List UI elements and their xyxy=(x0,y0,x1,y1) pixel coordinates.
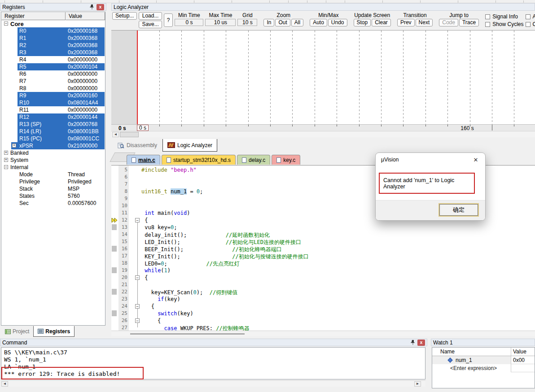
register-row-r6[interactable]: R60x00000000 xyxy=(1,70,105,78)
load-button[interactable]: Load... xyxy=(139,12,162,20)
close-icon[interactable]: x xyxy=(96,4,104,10)
code-line-23[interactable]: 23 if(key) xyxy=(111,296,535,303)
help-button[interactable]: ? xyxy=(164,13,173,27)
dialog-close-icon[interactable]: ✕ xyxy=(472,156,480,164)
ok-button[interactable]: 确定 xyxy=(439,204,478,216)
editor-scroll-thumb[interactable] xyxy=(130,333,245,335)
register-row-r5[interactable]: R50x20000104 xyxy=(1,63,105,70)
fold-toggle-icon[interactable]: − xyxy=(135,218,140,222)
register-row-sec[interactable]: Sec0.00057600 xyxy=(1,200,105,207)
editor-tab-main-c[interactable]: main.c xyxy=(127,155,160,165)
code-line-25[interactable]: 25 switch(key) xyxy=(111,310,535,317)
save-button[interactable]: Save... xyxy=(139,21,162,28)
code-line-26[interactable]: 26− { xyxy=(111,317,535,324)
register-row-privilege[interactable]: PrivilegePrivileged xyxy=(1,178,105,185)
minmax-undo-button[interactable]: Undo xyxy=(328,19,347,26)
collapse-icon[interactable]: − xyxy=(4,22,8,26)
register-row-r13sp[interactable]: R13 (SP)0x20000768 xyxy=(1,121,105,128)
register-column-header[interactable]: Register xyxy=(1,12,66,20)
register-row-core[interactable]: −Core xyxy=(1,20,105,27)
tab-registers[interactable]: Registers xyxy=(33,326,75,337)
code-line-17[interactable]: 17 KEY_Init(); //初始化与按键连接的硬件接口 xyxy=(111,253,535,260)
la-time-cursor[interactable] xyxy=(137,30,138,124)
zoom-in-button[interactable]: In xyxy=(263,19,274,26)
code-line-24[interactable]: 24− { xyxy=(111,303,535,310)
register-row-stack[interactable]: StackMSP xyxy=(1,185,105,192)
register-row-system[interactable]: +System xyxy=(1,157,105,164)
register-row-banked[interactable]: +Banked xyxy=(1,149,105,157)
expand-icon[interactable]: + xyxy=(4,158,8,162)
register-row-xpsr[interactable]: +xPSR0x21000000 xyxy=(1,142,105,149)
amplitude-checkbox[interactable]: Amplitude xyxy=(526,13,535,20)
code-line-19[interactable]: 19 while(1) xyxy=(111,267,535,274)
zoom-all-button[interactable]: All xyxy=(291,19,303,26)
jump-code-button[interactable]: Code xyxy=(439,19,458,26)
register-row-mode[interactable]: ModeThread xyxy=(1,171,105,178)
transition-prev-button[interactable]: Prev xyxy=(397,19,415,26)
signal-info-checkbox[interactable]: Signal Info xyxy=(485,13,523,20)
scroll-left-icon[interactable]: ◄ xyxy=(1,381,8,387)
register-row-r15pc[interactable]: R15 (PC)0x080001CC xyxy=(1,135,105,142)
update-clear-button[interactable]: Clear xyxy=(372,19,391,26)
watch-value-column[interactable]: Value xyxy=(513,348,526,355)
editor-scrollbar[interactable] xyxy=(111,331,535,336)
register-row-r2[interactable]: R20x20000368 xyxy=(1,42,105,49)
show-cycles-checkbox[interactable]: Show Cycles xyxy=(485,21,523,27)
editor-tab-key-c[interactable]: key.c xyxy=(272,155,300,165)
minmax-auto-button[interactable]: Auto xyxy=(310,19,327,26)
register-row-r7[interactable]: R70x00000000 xyxy=(1,78,105,85)
register-row-r4[interactable]: R40x00000000 xyxy=(1,56,105,63)
tab-logic-analyzer[interactable]: Logic Analyzer xyxy=(162,139,217,152)
expand-icon[interactable]: + xyxy=(4,151,8,155)
value-column-header[interactable]: Value xyxy=(66,12,105,20)
register-row-r14lr[interactable]: R14 (LR)0x080001BB xyxy=(1,128,105,135)
collapse-icon[interactable]: − xyxy=(4,165,8,169)
watch-row[interactable]: num_10x00 xyxy=(432,356,535,364)
min-time-field[interactable]: 0 s xyxy=(175,19,203,26)
register-row-states[interactable]: States5760 xyxy=(1,192,105,200)
register-row-r11[interactable]: R110x00000000 xyxy=(1,106,105,113)
code-line-21[interactable]: 21 xyxy=(111,281,535,288)
register-row-r10[interactable]: R100x080014A4 xyxy=(1,99,105,106)
fold-toggle-icon[interactable]: − xyxy=(135,318,140,323)
register-row-r8[interactable]: R80x00000000 xyxy=(1,85,105,92)
register-row-r1[interactable]: R10x20000368 xyxy=(1,35,105,42)
update-stop-button[interactable]: Stop xyxy=(354,19,371,26)
command-scrollbar[interactable]: ◄ ► xyxy=(1,380,425,387)
logic-analyzer-plot[interactable] xyxy=(111,30,535,124)
editor-tab-delay-c[interactable]: delay.c xyxy=(237,155,270,165)
scroll-right-icon[interactable]: ► xyxy=(414,381,421,387)
code-line-27[interactable]: 27 case WKUP_PRES: //控制蜂鸣器 xyxy=(111,324,535,331)
fold-toggle-icon[interactable]: − xyxy=(135,304,140,309)
code-line-22[interactable]: 22 key=KEY_Scan(0); //得到键值 xyxy=(111,288,535,296)
max-time-field[interactable]: 10 us xyxy=(205,19,236,26)
pin-icon[interactable] xyxy=(410,340,416,345)
la-scroll-thumb[interactable] xyxy=(120,132,139,137)
code-line-18[interactable]: 18 LED0=0; //先点亮红灯 xyxy=(111,260,535,267)
code-line-15[interactable]: 15 LED_Init(); //初始化与LED连接的硬件接口 xyxy=(111,238,535,245)
code-line-14[interactable]: 14 delay_init(); //延时函数初始化 xyxy=(111,231,535,238)
register-row-internal[interactable]: −Internal xyxy=(1,164,105,171)
column-divider[interactable] xyxy=(511,348,511,356)
scroll-left-icon[interactable]: ◄ xyxy=(112,132,119,137)
register-row-r0[interactable]: R00x20000168 xyxy=(1,27,105,35)
pin-icon[interactable] xyxy=(89,4,95,10)
code-line-16[interactable]: 16 BEEP_Init(); //初始化蜂鸣器端口 xyxy=(111,245,535,253)
watch-row[interactable]: <Enter expression> xyxy=(432,364,535,372)
code-line-20[interactable]: 20− { xyxy=(111,274,535,281)
register-row-r12[interactable]: R120x20000144 xyxy=(1,113,105,121)
code-line-13[interactable]: 13 vu8 key=0; xyxy=(111,224,535,231)
watch-name-column[interactable]: Name xyxy=(440,348,455,355)
transition-next-button[interactable]: Next xyxy=(416,19,433,26)
grid-field[interactable]: 10 s xyxy=(237,19,257,26)
register-row-r3[interactable]: R30x20000368 xyxy=(1,49,105,56)
expand-icon[interactable]: + xyxy=(12,144,16,148)
cursor-checkbox[interactable]: Cursor xyxy=(526,21,535,27)
fold-toggle-icon[interactable]: − xyxy=(135,275,140,280)
tab-disassembly[interactable]: Disassembly xyxy=(113,139,162,152)
close-icon[interactable]: x xyxy=(417,340,425,346)
jump-trace-button[interactable]: Trace xyxy=(459,19,479,26)
register-row-r9[interactable]: R90x20000160 xyxy=(1,92,105,99)
setup-button[interactable]: Setup... xyxy=(112,12,137,20)
tab-project[interactable]: Project xyxy=(1,326,33,337)
